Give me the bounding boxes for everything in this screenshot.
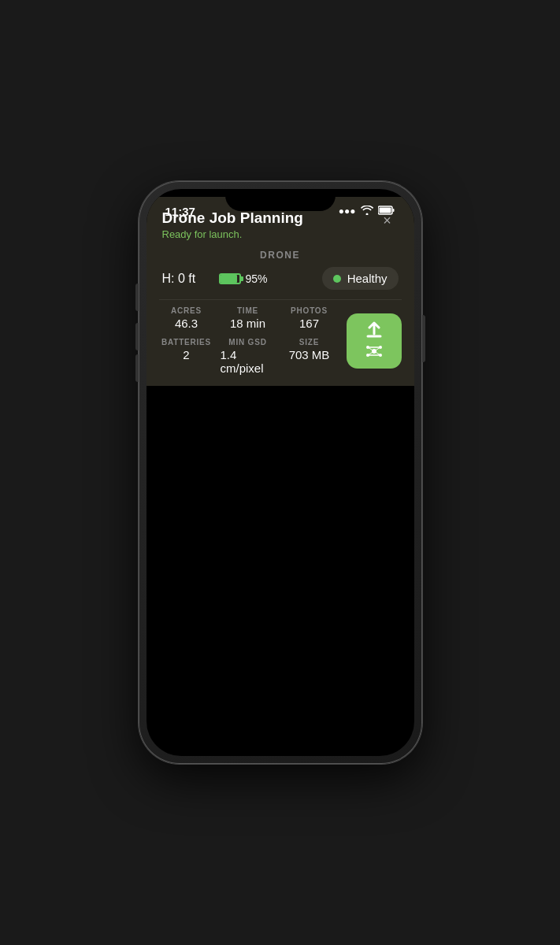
stats-grid: ACRES 46.3 TIME 18 min PHOTOS 167 BATTER… <box>159 306 337 375</box>
size-value: 703 MB <box>289 348 330 361</box>
health-badge: Healthy <box>322 267 399 290</box>
stat-size: SIZE 703 MB <box>282 338 337 375</box>
gsd-value: 1.4 cm/pixel <box>221 348 276 375</box>
launch-button[interactable] <box>347 313 402 369</box>
notch <box>225 189 336 211</box>
stats-section: ACRES 46.3 TIME 18 min PHOTOS 167 BATTER… <box>146 300 414 386</box>
batteries-value: 2 <box>183 348 189 361</box>
status-time: 11:37 <box>165 205 195 218</box>
time-label: TIME <box>237 306 258 315</box>
stat-time: TIME 18 min <box>221 306 276 330</box>
altitude-display: H: 0 ft <box>162 272 210 286</box>
health-dot <box>333 275 341 283</box>
svg-rect-2 <box>392 209 394 212</box>
stat-gsd: MIN GSD 1.4 cm/pixel <box>221 338 276 375</box>
battery-fill <box>221 275 238 283</box>
stat-photos: PHOTOS 167 <box>282 306 337 330</box>
photos-value: 167 <box>299 317 319 330</box>
wifi-icon <box>361 206 373 217</box>
acres-label: ACRES <box>171 306 202 315</box>
phone-frame: 11:37 ●●● <box>139 181 422 764</box>
health-label: Healthy <box>347 272 388 285</box>
launch-arrow-icon <box>365 321 383 342</box>
panel-subtitle: Ready for launch. <box>162 228 303 240</box>
acres-value: 46.3 <box>175 317 198 330</box>
bottom-panel: Drone Job Planning Ready for launch. × D… <box>146 197 414 386</box>
batteries-label: BATTERIES <box>161 338 211 346</box>
svg-rect-1 <box>379 207 391 213</box>
gsd-label: MIN GSD <box>228 338 266 346</box>
stat-batteries: BATTERIES 2 <box>159 338 214 375</box>
status-icons: ●●● <box>339 206 395 217</box>
launch-drone-icon <box>365 345 383 361</box>
battery-percent: 95% <box>246 272 268 285</box>
size-label: SIZE <box>299 338 319 346</box>
photos-label: PHOTOS <box>291 306 328 315</box>
drone-status-row: H: 0 ft 95% Healthy <box>146 267 414 299</box>
phone-screen: 11:37 ●●● <box>146 189 414 756</box>
battery-icon <box>219 273 241 284</box>
battery-indicator: 95% <box>219 272 268 285</box>
time-value: 18 min <box>230 317 265 330</box>
battery-status-icon <box>378 206 395 217</box>
signal-icon: ●●● <box>339 206 356 217</box>
drone-section-label: DRONE <box>146 246 414 267</box>
stat-acres: ACRES 46.3 <box>159 306 214 330</box>
